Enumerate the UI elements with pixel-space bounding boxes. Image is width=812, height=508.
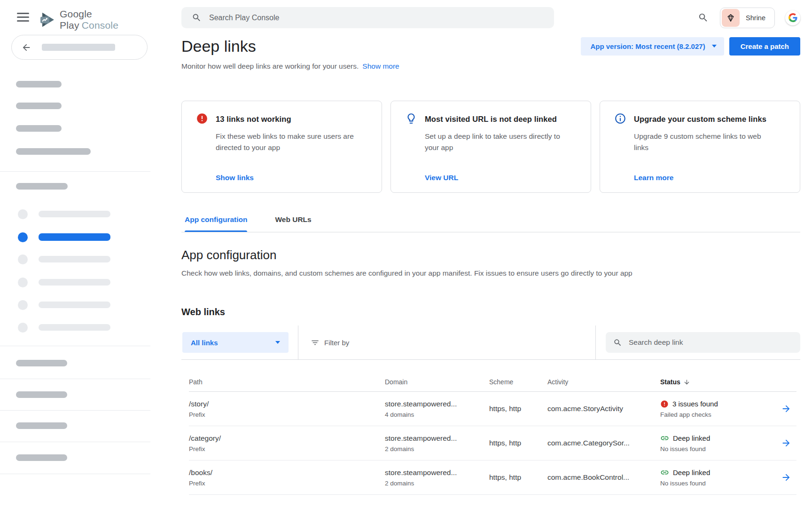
tab-app-configuration[interactable]: App configuration xyxy=(185,215,247,232)
column-header-domain[interactable]: Domain xyxy=(385,378,489,386)
lightbulb-icon xyxy=(405,112,417,182)
card-links-not-working: 13 links not working Fix these web links… xyxy=(181,101,382,193)
app-version-label: App version: Most recent (8.2.027) xyxy=(590,42,705,50)
sidebar-nav-item[interactable] xyxy=(0,206,150,222)
links-filter-value: All links xyxy=(191,339,218,347)
sidebar-divider xyxy=(0,171,150,172)
table-row[interactable]: /story/Prefix store.steampowered...4 dom… xyxy=(189,392,796,426)
path-type: Prefix xyxy=(189,445,385,453)
back-navigation[interactable] xyxy=(11,35,148,60)
show-links-link[interactable]: Show links xyxy=(216,174,370,182)
status-detail: No issues found xyxy=(660,445,775,453)
search-icon xyxy=(613,338,622,347)
column-header-path[interactable]: Path xyxy=(189,378,385,386)
card-most-visited-url: Most visited URL is not deep linked Set … xyxy=(390,101,591,193)
tab-bar: App configuration Web URLs xyxy=(181,215,800,232)
table-row[interactable]: /books/Prefix store.steampowered...2 dom… xyxy=(189,460,796,495)
card-text: Upgrade 9 custom scheme links to web lin… xyxy=(634,131,775,153)
activity-value: com.acme.BookControl... xyxy=(547,472,660,483)
status-value: Deep linked xyxy=(673,433,710,444)
sidebar-divider xyxy=(0,346,150,346)
create-patch-button[interactable]: Create a patch xyxy=(729,37,800,56)
chevron-down-icon xyxy=(712,45,717,48)
error-icon xyxy=(196,112,208,182)
table-header-row: Path Domain Scheme Activity Status xyxy=(189,360,796,392)
web-links-title: Web links xyxy=(181,306,800,318)
sidebar-divider xyxy=(0,379,150,379)
deep-link-search-input[interactable] xyxy=(629,338,784,347)
card-title: Most visited URL is not deep linked xyxy=(425,113,579,125)
filter-by-button[interactable]: Filter by xyxy=(311,338,349,347)
path-value: /item/ xyxy=(189,506,385,508)
link-icon xyxy=(660,468,669,477)
sidebar-skeleton-bar xyxy=(16,125,62,132)
sort-descending-icon[interactable] xyxy=(683,379,690,386)
section-description: Check how web links, domains, and custom… xyxy=(181,268,800,278)
learn-more-link[interactable]: Learn more xyxy=(634,174,789,182)
menu-icon[interactable] xyxy=(17,13,29,22)
activity-value: com.acme.CategorySor... xyxy=(547,438,660,448)
sidebar-skeleton-bar xyxy=(16,81,62,87)
table-row[interactable]: /item/ store.steampowered... Deep linked xyxy=(189,495,796,508)
sidebar-nav-item[interactable] xyxy=(0,251,150,267)
row-detail-arrow-icon[interactable] xyxy=(781,404,791,414)
sidebar: Google PlayConsole xyxy=(0,0,150,508)
sidebar-skeleton-bar xyxy=(16,148,91,155)
card-text: Set up a deep link to take users directl… xyxy=(425,131,566,153)
toolbar-divider xyxy=(595,325,596,359)
path-type: Prefix xyxy=(189,411,385,419)
row-detail-arrow-icon[interactable] xyxy=(781,438,791,448)
tab-web-urls[interactable]: Web URLs xyxy=(275,215,311,232)
app-switcher[interactable]: Shrine xyxy=(720,8,775,28)
play-console-logo[interactable]: Google PlayConsole xyxy=(39,8,150,31)
google-account-avatar[interactable] xyxy=(785,10,800,25)
filter-icon xyxy=(311,338,320,347)
domain-value: store.steampowered... xyxy=(385,468,489,478)
play-console-logo-icon xyxy=(39,11,55,28)
page-header: Deep links App version: Most recent (8.2… xyxy=(181,36,800,56)
table-row[interactable]: /category/Prefix store.steampowered...2 … xyxy=(189,426,796,460)
show-more-link[interactable]: Show more xyxy=(362,62,399,70)
activity-value: com.acme.StoryActivity xyxy=(547,404,660,414)
status-value: 3 issues found xyxy=(672,399,718,409)
card-upgrade-scheme-links: Upgrade your custom scheme links Upgrade… xyxy=(600,101,800,193)
card-title: 13 links not working xyxy=(216,113,370,125)
sidebar-skeleton-bar xyxy=(16,103,62,109)
sidebar-section-skeleton-bar xyxy=(16,183,68,190)
column-header-activity[interactable]: Activity xyxy=(547,378,660,386)
page-subtitle: Monitor how well deep links are working … xyxy=(181,61,800,71)
sidebar-header: Google PlayConsole xyxy=(0,0,150,33)
sidebar-nav-item[interactable] xyxy=(0,274,150,290)
app-version-dropdown[interactable]: App version: Most recent (8.2.027) xyxy=(581,37,724,56)
global-search-field[interactable] xyxy=(181,7,554,28)
search-icon xyxy=(192,13,202,23)
web-links-table: Path Domain Scheme Activity Status /stor… xyxy=(181,360,800,508)
topbar-right: Shrine xyxy=(698,7,800,28)
deep-link-search-field[interactable] xyxy=(606,332,800,353)
back-arrow-icon[interactable] xyxy=(21,42,31,53)
path-value: /books/ xyxy=(189,468,385,478)
error-icon xyxy=(660,400,669,408)
column-header-scheme[interactable]: Scheme xyxy=(489,378,547,386)
row-detail-arrow-icon[interactable] xyxy=(781,472,791,483)
global-search-input[interactable] xyxy=(209,14,491,22)
status-detail: No issues found xyxy=(660,479,775,488)
topbar: Shrine xyxy=(181,0,800,28)
status-detail: Failed app checks xyxy=(660,411,775,419)
domain-count: 2 domains xyxy=(385,445,489,453)
sidebar-section-skeleton-bar xyxy=(16,422,67,429)
search-icon[interactable] xyxy=(698,12,709,23)
view-url-link[interactable]: View URL xyxy=(425,174,579,182)
sidebar-nav-item[interactable] xyxy=(0,319,150,335)
sidebar-nav-item[interactable] xyxy=(0,297,150,313)
main-content: Shrine Deep links App version: Most rece… xyxy=(150,0,812,508)
column-header-status[interactable]: Status xyxy=(660,378,775,386)
sidebar-nav-item-active[interactable] xyxy=(0,229,150,245)
insight-cards: 13 links not working Fix these web links… xyxy=(181,101,800,193)
links-filter-dropdown[interactable]: All links xyxy=(182,332,289,353)
sidebar-divider xyxy=(0,474,150,474)
info-icon xyxy=(614,112,626,182)
sidebar-skeleton-bar xyxy=(42,44,115,51)
scheme-value: https, http xyxy=(489,404,547,414)
scheme-value: https, http xyxy=(489,472,547,483)
